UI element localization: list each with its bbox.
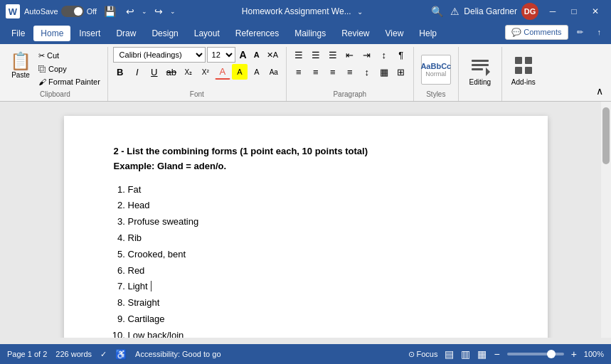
multilevel-button[interactable]: ☰ [325,47,341,63]
paste-icon: 📋 [10,51,31,71]
borders-button[interactable]: ⊞ [393,64,409,80]
menubar: File Home Insert Draw Design Layout Refe… [0,23,611,44]
paste-button[interactable]: 📋 Paste [7,50,34,85]
save-button[interactable]: 💾 [101,4,119,18]
show-para-button[interactable]: ¶ [393,47,409,63]
svg-rect-4 [515,57,522,64]
autosave-label: AutoSave [24,7,58,16]
pen-button[interactable]: ✏ [571,25,589,40]
superscript-button[interactable]: X² [198,64,213,80]
redo-dropdown[interactable]: ⌄ [167,6,179,16]
restore-button[interactable]: □ [564,4,584,18]
layout-view3[interactable]: ▦ [477,348,487,360]
menu-design[interactable]: Design [144,26,185,41]
list-item: Light [128,279,498,294]
menu-review[interactable]: Review [334,26,376,41]
user-avatar[interactable]: DG [521,3,538,20]
ribbon-main: 📋 Paste ✂ Cut ⿻ Copy 🖌 Format Painter Cl… [0,44,611,101]
menu-layout[interactable]: Layout [187,26,227,41]
font-row1: Calibri (Headings) 12 A A ✕A [113,47,281,63]
layout-view1[interactable]: ▤ [445,348,454,360]
accessibility-icon: ♿ [115,349,127,360]
undo-button[interactable]: ↩ [123,4,137,18]
focus-icon: ⊙ [408,350,415,359]
menu-mailings[interactable]: Mailings [287,26,333,41]
italic-button[interactable]: I [129,64,145,80]
clipboard-label: Clipboard [7,89,103,98]
format-painter-button[interactable]: 🖌 Format Painter [36,76,103,87]
addins-label: Add-ins [511,78,536,86]
menu-view[interactable]: View [378,26,411,41]
zoom-out-button[interactable]: − [494,348,499,360]
accessibility-label: Accessibility: Good to go [135,350,221,358]
strikethrough-button[interactable]: ab [164,64,179,80]
cut-button[interactable]: ✂ Cut [36,50,103,62]
close-button[interactable]: ✕ [585,4,605,18]
paragraph-label: Paragraph [291,89,409,98]
underline-button[interactable]: U [147,64,162,80]
autosave-state: Off [87,7,97,16]
scrollbar-thumb[interactable] [602,107,610,164]
shading-button[interactable]: ▦ [376,64,392,80]
increase-indent-button[interactable]: ⇥ [359,47,375,63]
minimize-button[interactable]: ─ [543,4,563,18]
undo-dropdown[interactable]: ⌄ [139,6,150,16]
share-button[interactable]: ↑ [592,25,607,39]
comments-button[interactable]: 💬 Comments [505,25,568,40]
addins-button[interactable]: Add-ins [506,51,541,87]
menu-help[interactable]: Help [412,26,444,41]
items-list: Fat Head Profuse sweating Rib Crooked, b… [114,183,498,338]
editing-group: Editing x [459,47,502,101]
font-size-select[interactable]: 12 [207,47,235,63]
svg-marker-3 [486,68,490,76]
proofing-icon: ✓ [100,350,107,359]
menu-draw[interactable]: Draw [109,26,143,41]
menu-file[interactable]: File [4,26,32,41]
paragraph-group: ☰ ☰ ☰ ⇤ ⇥ ↕ ¶ ≡ ≡ ≡ ≡ ↕ ▦ ⊞ Paragra [287,47,414,101]
focus-button[interactable]: ⊙ Focus [408,350,438,359]
align-center-button[interactable]: ≡ [308,64,324,80]
numbering-button[interactable]: ☰ [308,47,324,63]
search-button[interactable]: 🔍 [428,4,446,18]
justify-button[interactable]: ≡ [342,64,358,80]
bold-button[interactable]: B [112,64,128,80]
font-color2-button[interactable]: A [249,64,265,80]
ribbon-collapse-button[interactable]: ∧ [591,82,608,100]
list-item: Low back/loin [128,328,498,338]
font-color-button[interactable]: A [215,64,230,80]
subscript-button[interactable]: X₂ [181,64,196,80]
window-controls: ─ □ ✕ [543,4,605,18]
svg-rect-0 [472,60,489,62]
menu-insert[interactable]: Insert [72,26,107,41]
app: W AutoSave Off 💾 ↩ ⌄ ↪ ⌄ Homework Assign… [0,0,611,364]
line-spacing-button[interactable]: ↕ [359,64,375,80]
scrollbar[interactable] [601,102,611,338]
title-dropdown[interactable]: ⌄ [354,6,366,17]
clipboard-group: 📋 Paste ✂ Cut ⿻ Copy 🖌 Format Painter Cl… [3,47,108,101]
clear-format-button[interactable]: ✕A [264,49,281,61]
autosave-toggle[interactable] [61,6,84,17]
grow-font-button[interactable]: A [237,48,250,62]
sort-button[interactable]: ↕ [376,47,392,63]
document-area[interactable]: 2 - List the combining forms (1 point ea… [0,102,611,338]
shrink-font-button[interactable]: A [251,49,262,60]
decrease-indent-button[interactable]: ⇤ [342,47,358,63]
comments-icon: 💬 [511,28,521,37]
change-case-button[interactable]: Aa [266,64,282,80]
font-name-select[interactable]: Calibri (Headings) [113,47,206,63]
layout-view2[interactable]: ▥ [461,348,470,360]
font-row2: B I U ab X₂ X² A A A Aa [112,64,282,80]
align-left-button[interactable]: ≡ [291,64,307,80]
menu-references[interactable]: References [228,26,286,41]
bullets-button[interactable]: ☰ [291,47,307,63]
menu-home[interactable]: Home [33,26,70,41]
redo-button[interactable]: ↪ [152,4,166,18]
styles-button[interactable]: AaBbCc Normal [418,53,454,86]
highlight-button[interactable]: A [232,64,248,80]
editing-button[interactable]: Editing [463,51,497,87]
zoom-in-button[interactable]: + [571,348,577,360]
zoom-slider[interactable] [507,353,564,355]
warning-icon: ⚠ [450,6,459,17]
copy-button[interactable]: ⿻ Copy [36,63,103,75]
align-right-button[interactable]: ≡ [325,64,341,80]
